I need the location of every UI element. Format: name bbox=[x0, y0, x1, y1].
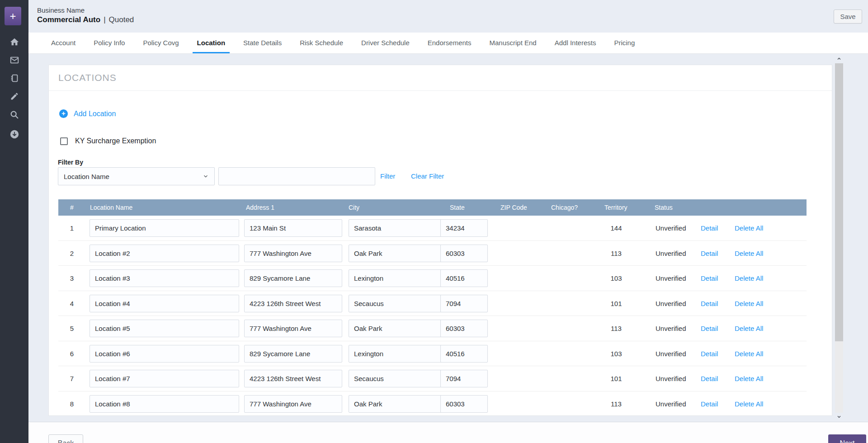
mail-icon[interactable] bbox=[0, 55, 28, 66]
edit-icon[interactable] bbox=[0, 91, 28, 102]
detail-link[interactable]: Detail bbox=[701, 291, 718, 316]
zip-input[interactable] bbox=[440, 320, 488, 337]
contacts-icon[interactable] bbox=[0, 73, 28, 84]
search-icon[interactable] bbox=[0, 109, 28, 120]
table-row: 4NJ101UnverifiedDetailDelete All bbox=[58, 291, 807, 316]
address1-input[interactable] bbox=[244, 295, 342, 312]
col-header-chicago: Chicago? bbox=[551, 199, 578, 216]
next-button[interactable]: Next bbox=[828, 434, 866, 443]
location-name-input[interactable] bbox=[90, 320, 239, 337]
delete-all-link[interactable]: Delete All bbox=[735, 366, 763, 391]
scrollbar-track[interactable] bbox=[835, 341, 843, 413]
status-value: Unverified bbox=[656, 241, 698, 266]
clear-filter-link[interactable]: Clear Filter bbox=[411, 172, 444, 180]
address1-input[interactable] bbox=[244, 370, 342, 387]
ky-surcharge-checkbox[interactable] bbox=[60, 137, 68, 145]
city-input[interactable] bbox=[349, 370, 448, 387]
zip-input[interactable] bbox=[440, 295, 488, 312]
detail-link[interactable]: Detail bbox=[701, 366, 718, 391]
address1-input[interactable] bbox=[244, 345, 342, 363]
detail-link[interactable]: Detail bbox=[701, 341, 718, 367]
location-name-input[interactable] bbox=[90, 269, 239, 287]
zip-input[interactable] bbox=[440, 245, 488, 262]
title-block: Business Name Commercial Auto|Quoted bbox=[37, 6, 134, 25]
territory-value: 113 bbox=[604, 391, 628, 417]
filter-text-input[interactable] bbox=[218, 167, 375, 185]
filter-by-select[interactable]: Location Name bbox=[58, 167, 215, 185]
plus-icon[interactable]: + bbox=[5, 7, 21, 25]
home-icon[interactable] bbox=[0, 37, 28, 47]
address1-input[interactable] bbox=[244, 395, 342, 413]
city-input[interactable] bbox=[349, 295, 448, 312]
detail-link[interactable]: Detail bbox=[701, 241, 718, 266]
location-name-input[interactable] bbox=[90, 219, 239, 237]
zip-input[interactable] bbox=[440, 370, 488, 387]
back-button[interactable]: Back bbox=[48, 434, 83, 443]
location-name-input[interactable] bbox=[90, 345, 239, 363]
city-input[interactable] bbox=[349, 320, 448, 337]
table-row: 5IL113UnverifiedDetailDelete All bbox=[58, 316, 807, 341]
address1-input[interactable] bbox=[244, 219, 342, 237]
download-icon[interactable] bbox=[0, 129, 28, 140]
row-number: 2 bbox=[65, 241, 79, 266]
location-name-input[interactable] bbox=[90, 295, 239, 312]
detail-link[interactable]: Detail bbox=[701, 216, 718, 241]
delete-all-link[interactable]: Delete All bbox=[735, 391, 763, 417]
tab-risk-schedule[interactable]: Risk Schedule bbox=[291, 33, 352, 53]
detail-link[interactable]: Detail bbox=[701, 266, 718, 291]
territory-value: 103 bbox=[604, 266, 628, 291]
scroll-down-arrow-icon[interactable] bbox=[835, 412, 844, 421]
tab-addl-interests[interactable]: Addl Interests bbox=[546, 33, 605, 53]
zip-input[interactable] bbox=[440, 219, 488, 237]
location-name-input[interactable] bbox=[90, 370, 239, 387]
address1-input[interactable] bbox=[244, 269, 342, 287]
detail-link[interactable]: Detail bbox=[701, 316, 718, 341]
delete-all-link[interactable]: Delete All bbox=[735, 341, 763, 367]
row-number: 1 bbox=[65, 216, 79, 241]
tab-policy-info[interactable]: Policy Info bbox=[85, 33, 134, 53]
locations-table: # Location Name Address 1 City State ZIP… bbox=[58, 199, 807, 416]
city-input[interactable] bbox=[349, 345, 448, 363]
city-input[interactable] bbox=[349, 219, 448, 237]
add-location-button[interactable]: + Add Location bbox=[59, 109, 116, 118]
city-input[interactable] bbox=[349, 269, 448, 287]
location-name-input[interactable] bbox=[90, 245, 239, 262]
address1-input[interactable] bbox=[244, 320, 342, 337]
delete-all-link[interactable]: Delete All bbox=[735, 291, 763, 316]
delete-all-link[interactable]: Delete All bbox=[735, 216, 763, 241]
col-header-status: Status bbox=[655, 199, 673, 216]
scrollbar-thumb[interactable] bbox=[835, 63, 843, 341]
footer-bar: Back Next bbox=[28, 422, 868, 443]
address1-input[interactable] bbox=[244, 245, 342, 262]
delete-all-link[interactable]: Delete All bbox=[735, 241, 763, 266]
col-header-address1: Address 1 bbox=[246, 199, 274, 216]
tab-policy-covg[interactable]: Policy Covg bbox=[134, 33, 188, 53]
tab-driver-schedule[interactable]: Driver Schedule bbox=[352, 33, 419, 53]
col-header-location-name: Location Name bbox=[90, 199, 132, 216]
tab-location[interactable]: Location bbox=[188, 33, 235, 53]
tab-endorsements[interactable]: Endorsements bbox=[419, 33, 481, 53]
filter-link[interactable]: Filter bbox=[380, 172, 395, 180]
delete-all-link[interactable]: Delete All bbox=[735, 316, 763, 341]
add-location-label: Add Location bbox=[74, 110, 116, 118]
table-header: # Location Name Address 1 City State ZIP… bbox=[58, 199, 807, 216]
delete-all-link[interactable]: Delete All bbox=[735, 266, 763, 291]
zip-input[interactable] bbox=[440, 395, 488, 413]
tab-state-details[interactable]: State Details bbox=[234, 33, 291, 53]
scroll-up-arrow-icon[interactable] bbox=[835, 54, 844, 63]
tab-account[interactable]: Account bbox=[42, 33, 85, 53]
tab-pricing[interactable]: Pricing bbox=[605, 33, 644, 53]
status-value: Unverified bbox=[656, 266, 698, 291]
territory-value: 101 bbox=[604, 291, 628, 316]
content-area: LOCATIONS + Add Location KY Surcharge Ex… bbox=[28, 54, 868, 422]
detail-link[interactable]: Detail bbox=[701, 391, 718, 417]
tab-manuscript-end[interactable]: Manuscript End bbox=[480, 33, 545, 53]
territory-value: 113 bbox=[604, 316, 628, 341]
territory-value: 103 bbox=[604, 341, 628, 367]
zip-input[interactable] bbox=[440, 345, 488, 363]
city-input[interactable] bbox=[349, 395, 448, 413]
zip-input[interactable] bbox=[440, 269, 488, 287]
location-name-input[interactable] bbox=[90, 395, 239, 413]
save-button[interactable]: Save bbox=[834, 9, 862, 24]
city-input[interactable] bbox=[349, 245, 448, 262]
